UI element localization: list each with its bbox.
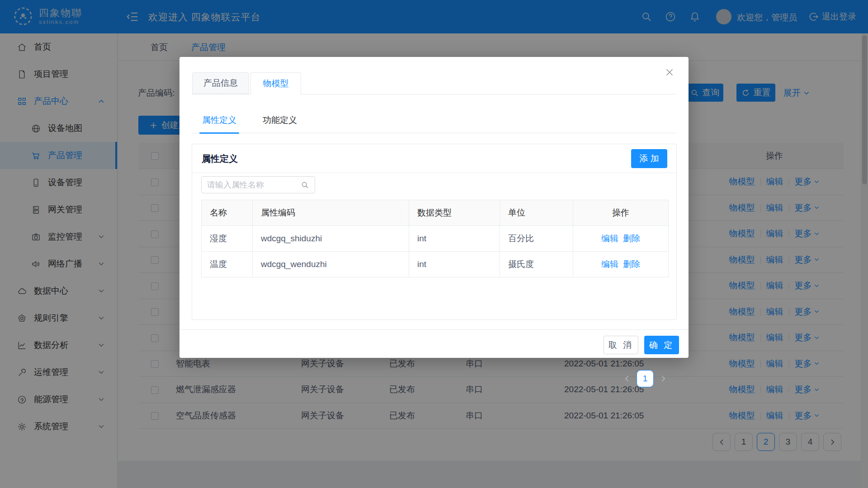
modal-tab-bar: 产品信息物模型 (192, 72, 676, 94)
attr-unit-cell: 百分比 (500, 226, 573, 252)
attribute-panel: 属性定义 添 加 名称 属性编码 数据类型 单位 操作 湿度 (192, 144, 677, 320)
search-icon[interactable] (301, 181, 309, 189)
product-modal: 产品信息物模型 属性定义功能定义 属性定义 添 加 名称 属性编码 数据类型 单… (179, 57, 689, 358)
edit-link[interactable]: 编辑 (601, 234, 618, 243)
attr-name-cell: 温度 (202, 252, 253, 277)
modal-subtab-1[interactable]: 功能定义 (263, 108, 297, 133)
modal-subtab-bar: 属性定义功能定义 (192, 108, 676, 133)
modal-pagination: 1 (623, 370, 667, 387)
attr-unit-cell: 摄氏度 (500, 252, 573, 277)
confirm-button[interactable]: 确 定 (644, 336, 679, 354)
attr-name-cell: 湿度 (202, 226, 253, 252)
attr-code-cell: wdcgq_shiduzhi (253, 226, 409, 252)
next-page-icon[interactable] (659, 375, 667, 383)
attributes-table: 名称 属性编码 数据类型 单位 操作 湿度 wdcgq_shiduzhi int… (201, 200, 669, 277)
attribute-row: 温度 wdcgq_wenduzhi int 摄氏度 编辑删除 (202, 252, 669, 277)
attribute-row: 湿度 wdcgq_shiduzhi int 百分比 编辑删除 (202, 226, 669, 252)
attr-type-cell: int (409, 226, 500, 252)
attribute-search-box (201, 176, 315, 193)
modal-subtab-0[interactable]: 属性定义 (202, 108, 236, 133)
modal-tab-1[interactable]: 物模型 (250, 72, 301, 94)
page-number-1[interactable]: 1 (637, 370, 654, 387)
prev-page-icon[interactable] (623, 375, 631, 383)
edit-link[interactable]: 编辑 (601, 259, 618, 269)
cancel-button[interactable]: 取 消 (604, 336, 638, 354)
attr-code-cell: wdcgq_wenduzhi (253, 252, 409, 277)
delete-link[interactable]: 删除 (623, 234, 640, 243)
attributes-table-header: 名称 属性编码 数据类型 单位 操作 (202, 200, 669, 226)
panel-title: 属性定义 (202, 153, 238, 165)
attribute-search-input[interactable] (202, 180, 301, 190)
attr-type-cell: int (409, 252, 500, 277)
delete-link[interactable]: 删除 (623, 259, 640, 269)
modal-tab-0[interactable]: 产品信息 (192, 72, 249, 94)
add-button[interactable]: 添 加 (631, 149, 667, 168)
